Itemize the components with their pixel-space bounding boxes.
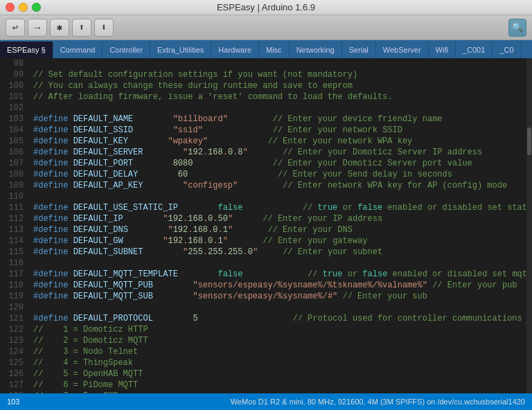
tab-command[interactable]: Command <box>53 42 103 58</box>
status-device-info: WeMos D1 R2 & mini, 80 MHz, 921600, 4M (… <box>231 398 525 406</box>
code-line <box>33 102 521 114</box>
title-bar: ESPEasy | Arduino 1.6.9 <box>0 0 532 15</box>
code-line: #define DEFAULT_GW "192.168.0.1" // Ente… <box>33 235 521 247</box>
code-line: #define DEFAULT_NAME "billboard" // Ente… <box>33 114 521 125</box>
code-line: #define DEFAULT_KEY "wpakey" // Enter yo… <box>33 136 521 147</box>
tab-c0[interactable]: _C0 <box>493 42 521 58</box>
code-line: // 5 = OpenHAB MQTT <box>33 368 521 380</box>
line-number: 112 <box>0 213 24 224</box>
code-line: #define DEFAULT_SERVER "192.168.0.8" // … <box>33 147 521 158</box>
code-line: #define DEFAULT_AP_KEY "configesp" // En… <box>33 180 521 191</box>
toolbar-search-button[interactable]: 🔍 <box>508 19 526 37</box>
code-line: #define DEFAULT_DNS "192.168.0.1" // Ent… <box>33 224 521 235</box>
code-line: #define DEFAULT_PROTOCOL 5 // Protocol u… <box>33 313 521 324</box>
line-number: 114 <box>0 235 24 247</box>
line-number: 128 <box>0 391 24 393</box>
code-line <box>33 58 521 69</box>
tab-hardware[interactable]: Hardware <box>211 42 259 58</box>
toolbar-back-button[interactable]: ↩ <box>6 19 25 37</box>
line-number: 120 <box>0 302 24 313</box>
line-number: 113 <box>0 224 24 235</box>
line-number: 124 <box>0 346 24 357</box>
toolbar-serial-button[interactable]: ⬇ <box>94 19 114 37</box>
tab-misc[interactable]: Misc <box>259 42 290 58</box>
code-line: // After loading firmware, issue a 'rese… <box>33 91 521 102</box>
line-number: 118 <box>0 280 24 291</box>
line-number: 107 <box>0 158 24 169</box>
tab-wifi[interactable]: Wifi <box>429 42 456 58</box>
code-content[interactable]: // Set default configuration settings if… <box>28 58 526 393</box>
tab-serial[interactable]: Serial <box>342 42 376 58</box>
line-number: 105 <box>0 136 24 147</box>
scrollbar[interactable] <box>526 58 532 393</box>
tab-c001[interactable]: _C001 <box>456 42 493 58</box>
code-line: #define DEFAULT_MQTT_SUB "sensors/espeas… <box>33 291 521 302</box>
scrollbar-thumb[interactable] <box>527 127 531 155</box>
line-number: 119 <box>0 291 24 302</box>
code-line: #define DEFAULT_MQTT_TEMPLATE false // t… <box>33 269 521 280</box>
tab-espeasy[interactable]: ESPEasy § <box>0 42 53 58</box>
line-number: 111 <box>0 202 24 213</box>
tab-controller[interactable]: Controller <box>103 42 150 58</box>
close-button[interactable] <box>6 3 15 12</box>
tab-networking[interactable]: Networking <box>290 42 342 58</box>
code-line: #define DEFAULT_PORT 8080 // Enter your … <box>33 158 521 169</box>
line-number: 121 <box>0 313 24 324</box>
status-line-number: 103 <box>7 398 19 406</box>
code-line: // 2 = Domoticz MQTT <box>33 335 521 346</box>
code-line <box>33 258 521 269</box>
line-number: 122 <box>0 324 24 335</box>
status-bar: 103 WeMos D1 R2 & mini, 80 MHz, 921600, … <box>0 393 532 410</box>
toolbar-compile-button[interactable]: ✱ <box>50 19 69 37</box>
code-line: // 3 = Nodo Telnet <box>33 346 521 357</box>
code-line: #define DEFAULT_DELAY 60 // Enter your S… <box>33 169 521 180</box>
code-line: #define DEFAULT_SUBNET "255.255.255.0" /… <box>33 247 521 258</box>
line-number: 100 <box>0 80 24 91</box>
toolbar-forward-button[interactable]: → <box>28 19 47 37</box>
tab-webserver[interactable]: WebServer <box>376 42 429 58</box>
toolbar: ↩ → ✱ ⬆ ⬇ 🔍 <box>0 15 532 40</box>
toolbar-upload-button[interactable]: ⬆ <box>72 19 91 37</box>
line-number: 101 <box>0 91 24 102</box>
line-numbers: 9899100101102103104105106107108109110111… <box>0 58 28 393</box>
line-number: 127 <box>0 380 24 391</box>
line-number: 108 <box>0 169 24 180</box>
code-line: // Set default configuration settings if… <box>33 69 521 80</box>
minimize-button[interactable] <box>19 3 28 12</box>
editor: 9899100101102103104105106107108109110111… <box>0 58 532 393</box>
line-number: 109 <box>0 180 24 191</box>
line-number: 126 <box>0 368 24 380</box>
line-number: 110 <box>0 191 24 202</box>
line-number: 99 <box>0 69 24 80</box>
tabs-bar: ESPEasy §CommandControllerExtra_Utilitie… <box>0 40 532 58</box>
line-number: 104 <box>0 125 24 136</box>
maximize-button[interactable] <box>32 3 41 12</box>
line-number: 106 <box>0 147 24 158</box>
tab-extrautilities[interactable]: Extra_Utilities <box>150 42 211 58</box>
line-number: 116 <box>0 258 24 269</box>
code-line <box>33 302 521 313</box>
line-number: 125 <box>0 357 24 368</box>
code-line: // 1 = Domoticz HTTP <box>33 324 521 335</box>
line-number: 98 <box>0 58 24 69</box>
line-number: 117 <box>0 269 24 280</box>
code-line: #define DEFAULT_IP "192.168.0.50" // Ent… <box>33 213 521 224</box>
code-line <box>33 191 521 202</box>
code-line: // You can always change these during ru… <box>33 80 521 91</box>
code-line: #define DEFAULT_SSID "ssid" // Enter you… <box>33 125 521 136</box>
code-line: // 4 = ThingSpeak <box>33 357 521 368</box>
window-controls[interactable] <box>6 3 41 12</box>
code-line: // 7 = EmonCMS <box>33 391 521 393</box>
window-title: ESPEasy | Arduino 1.6.9 <box>217 2 315 12</box>
code-line: // 6 = PiDome MQTT <box>33 380 521 391</box>
code-line: #define DEFAULT_MQTT_PUB "sensors/espeas… <box>33 280 521 291</box>
code-line: #define DEFAULT_USE_STATIC_IP false // t… <box>33 202 521 213</box>
line-number: 115 <box>0 247 24 258</box>
line-number: 123 <box>0 335 24 346</box>
line-number: 103 <box>0 114 24 125</box>
line-number: 102 <box>0 102 24 114</box>
